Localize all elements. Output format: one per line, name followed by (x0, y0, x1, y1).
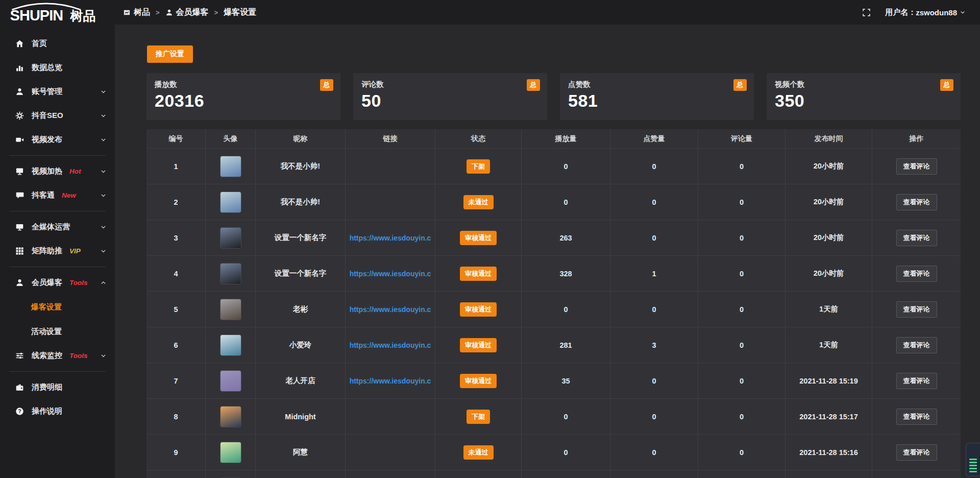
cell-nickname: 设置一个新名字 (256, 256, 346, 292)
view-comments-button[interactable]: 查看评论 (896, 301, 937, 318)
cell-link: https://www.iesdouyin.c (346, 363, 435, 399)
view-comments-button[interactable]: 查看评论 (896, 194, 937, 210)
sidebar-item-tag: Tools (69, 352, 88, 360)
user-menu[interactable]: 用户名：zswodun88 (885, 8, 966, 17)
breadcrumb-shupin[interactable]: 树品 (123, 7, 150, 18)
sidebar-item-operation-guide[interactable]: ?操作说明 (0, 399, 115, 423)
videos-table: 编号头像昵称链接状态播放量点赞量评论量发布时间操作 1我不是小帅!下架00020… (146, 129, 961, 478)
nickname: 我不是小帅! (281, 161, 320, 171)
view-comments-button[interactable]: 查看评论 (896, 158, 937, 175)
nickname: 设置一个新名字 (275, 233, 327, 243)
cell-actions: 查看评论 (872, 184, 961, 220)
sidebar-item-account-management[interactable]: 账号管理 (0, 80, 115, 104)
sidebar-item-label: 首页 (32, 39, 47, 49)
cell-time: 20小时前 (786, 256, 872, 292)
stat-value: 20316 (155, 91, 332, 111)
cell-status (435, 470, 522, 478)
cell-likes: 0 (610, 220, 698, 256)
table-row: 10 (146, 470, 961, 478)
view-comments-button[interactable]: 查看评论 (896, 444, 937, 461)
cell-status: 审核通过 (435, 256, 522, 292)
cell-nickname: Midnight (256, 399, 346, 435)
sidebar-item-label: 消费明细 (32, 383, 62, 392)
sidebar-item-label: 操作说明 (32, 407, 62, 416)
sidebar-subitem-baoke-settings[interactable]: 爆客设置 (0, 295, 115, 319)
column-header: 编号 (146, 129, 206, 149)
sidebar-item-video-heating[interactable]: 视频加热Hot (0, 159, 115, 183)
cell-time: 2021-11-28 15:16 (786, 435, 872, 470)
cell-actions (872, 470, 961, 478)
chevron-down-icon (100, 168, 107, 175)
view-comments-button[interactable]: 查看评论 (896, 230, 937, 246)
sidebar-item-member-baoke[interactable]: 会员爆客Tools (0, 271, 115, 295)
member-icon (15, 278, 24, 287)
stat-total-badge: 总 (940, 79, 954, 91)
video-link[interactable]: https://www.iesdouyin.c (347, 377, 434, 385)
nickname: 设置一个新名字 (275, 269, 327, 278)
sidebar-item-douyin-seo[interactable]: 抖音SEO (0, 104, 115, 128)
sidebar-item-home[interactable]: 首页 (0, 32, 115, 56)
cell-link (346, 399, 435, 435)
cell-link: https://www.iesdouyin.c (346, 327, 435, 363)
nickname: 老人开店 (286, 376, 315, 386)
cell-avatar (206, 184, 256, 220)
chevron-down-icon (100, 88, 107, 95)
grid-icon (15, 247, 24, 255)
status-badge: 下架 (467, 410, 490, 424)
sidebar-item-douketong[interactable]: 抖客通New (0, 183, 115, 207)
view-comments-button[interactable]: 查看评论 (896, 409, 937, 425)
cell-avatar (206, 327, 256, 363)
nickname: 我不是小帅! (281, 197, 320, 207)
floating-widget[interactable] (966, 443, 980, 476)
stat-label: 点赞数 (568, 80, 746, 89)
cell-link (346, 435, 435, 470)
cell-id: 1 (146, 149, 206, 184)
menu-divider (9, 371, 106, 372)
sidebar-item-label: 抖客通 (32, 190, 55, 200)
sidebar-item-data-overview[interactable]: 数据总览 (0, 56, 115, 80)
sidebar-item-tag: Hot (69, 168, 81, 175)
sidebar-item-clue-monitor[interactable]: 线索监控Tools (0, 344, 115, 368)
sidebar: SHUPIN 树品 首页数据总览账号管理抖音SEO视频发布视频加热Hot抖客通N… (0, 0, 115, 478)
stat-card: 评论数50总 (353, 73, 547, 120)
column-header: 链接 (346, 129, 435, 149)
promo-settings-button[interactable]: 推广设置 (146, 45, 193, 63)
breadcrumb-member-baoke[interactable]: 会员爆客 (165, 7, 209, 18)
column-header: 昵称 (256, 129, 346, 149)
cell-link: https://www.iesdouyin.c (346, 292, 435, 327)
column-header: 播放量 (522, 129, 610, 149)
sidebar-item-media-operation[interactable]: 全媒体运营 (0, 215, 115, 239)
avatar (220, 334, 241, 356)
view-comments-button[interactable]: 查看评论 (896, 373, 937, 389)
cell-status: 审核通过 (435, 327, 522, 363)
fullscreen-icon[interactable] (862, 8, 871, 17)
stat-total-badge: 总 (527, 79, 541, 91)
wallet-icon (15, 383, 24, 392)
cell-status: 审核通过 (435, 363, 522, 399)
cell-nickname: 我不是小帅! (256, 149, 346, 184)
stat-value: 50 (361, 91, 539, 111)
video-link[interactable]: https://www.iesdouyin.c (347, 305, 434, 314)
video-link[interactable]: https://www.iesdouyin.c (347, 270, 434, 278)
view-comments-button[interactable]: 查看评论 (896, 337, 937, 353)
video-link[interactable]: https://www.iesdouyin.c (347, 234, 434, 242)
breadcrumb-baoke-settings[interactable]: 爆客设置 (224, 7, 256, 18)
table-row: 6小爱玲https://www.iesdouyin.c审核通过281301天前查… (146, 327, 961, 363)
video-link[interactable]: https://www.iesdouyin.c (347, 341, 434, 349)
app-logo: SHUPIN 树品 (0, 0, 115, 27)
sidebar-item-video-publish[interactable]: 视频发布 (0, 128, 115, 152)
sidebar-item-consumption-detail[interactable]: 消费明细 (0, 375, 115, 399)
cell-likes: 0 (610, 149, 698, 184)
cell-comments (698, 470, 786, 478)
username-prefix: 用户名： (885, 8, 916, 17)
menu-divider (9, 155, 106, 156)
status-badge: 审核通过 (460, 302, 497, 317)
sidebar-subitem-activity-settings[interactable]: 活动设置 (0, 319, 115, 344)
sidebar-item-matrix-boost[interactable]: 矩阵助推VIP (0, 239, 115, 263)
stat-card: 视频个数350总 (767, 73, 961, 120)
cell-likes (610, 470, 698, 478)
menu-divider (9, 267, 106, 267)
cell-comments: 0 (698, 435, 786, 470)
view-comments-button[interactable]: 查看评论 (896, 266, 937, 282)
app-icon (123, 9, 131, 16)
